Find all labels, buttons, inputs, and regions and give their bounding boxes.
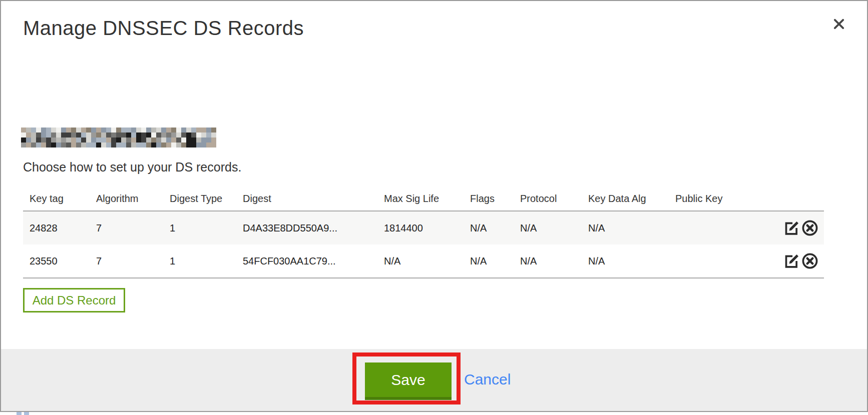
edit-icon[interactable] (782, 252, 800, 270)
column-header-flags: Flags (464, 193, 514, 204)
cell-algorithm: 7 (90, 222, 163, 234)
cancel-link[interactable]: Cancel (464, 371, 511, 388)
cell-algorithm: 7 (90, 256, 163, 267)
cell-digest: D4A33E8DD550A9... (236, 222, 377, 234)
cell-protocol: N/A (514, 222, 582, 234)
cell-digest-type: 1 (163, 222, 236, 234)
ds-records-table: Key tag Algorithm Digest Type Digest Max… (23, 187, 824, 278)
cell-digest-type: 1 (163, 256, 236, 267)
cell-key-data-alg: N/A (582, 222, 669, 234)
save-button[interactable]: Save (365, 362, 452, 400)
table-row: 24828 7 1 D4A33E8DD550A9... 1814400 N/A … (23, 212, 824, 244)
delete-circle-icon[interactable] (801, 252, 819, 270)
cell-protocol: N/A (514, 256, 582, 267)
cell-digest: 54FCF030AA1C79... (236, 256, 377, 267)
manage-dnssec-dialog: Manage DNSSEC DS Records Choose how to s… (0, 0, 868, 412)
cell-key-tag: 23550 (23, 256, 90, 267)
column-header-public-key: Public Key (669, 193, 739, 204)
redacted-domain-name (21, 128, 216, 148)
cell-flags: N/A (464, 222, 514, 234)
cell-flags: N/A (464, 256, 514, 267)
cell-max-sig-life: 1814400 (377, 222, 464, 234)
close-icon[interactable] (832, 17, 848, 33)
column-header-digest-type: Digest Type (163, 193, 236, 204)
add-ds-record-button[interactable]: Add DS Record (23, 288, 125, 312)
column-header-key-data-alg: Key Data Alg (582, 193, 669, 204)
cell-key-tag: 24828 (23, 222, 90, 234)
table-header-row: Key tag Algorithm Digest Type Digest Max… (23, 187, 824, 210)
table-row: 23550 7 1 54FCF030AA1C79... N/A N/A N/A … (23, 244, 824, 278)
column-header-key-tag: Key tag (23, 193, 90, 204)
column-header-digest: Digest (236, 193, 377, 204)
edit-icon[interactable] (782, 219, 800, 237)
background-page-artifact (17, 412, 22, 415)
background-page-artifact (24, 412, 29, 415)
cell-max-sig-life: N/A (377, 256, 464, 267)
page-title: Manage DNSSEC DS Records (23, 17, 304, 40)
column-header-algorithm: Algorithm (90, 193, 163, 204)
setup-instructions: Choose how to set up your DS records. (23, 160, 241, 174)
cell-key-data-alg: N/A (582, 256, 669, 267)
column-header-protocol: Protocol (514, 193, 582, 204)
delete-circle-icon[interactable] (801, 219, 819, 237)
column-header-max-sig-life: Max Sig Life (377, 193, 464, 204)
